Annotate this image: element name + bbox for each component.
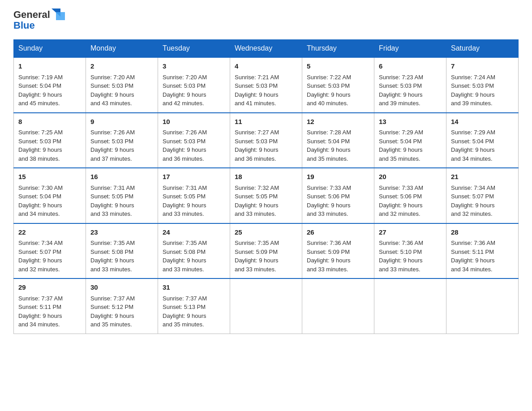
day-number: 6 — [379, 61, 442, 72]
calendar-cell: 23Sunrise: 7:35 AMSunset: 5:08 PMDayligh… — [86, 223, 158, 279]
day-number: 18 — [235, 172, 297, 182]
day-info: Sunrise: 7:37 AMSunset: 5:11 PMDaylight:… — [18, 294, 81, 329]
calendar-cell: 15Sunrise: 7:30 AMSunset: 5:04 PMDayligh… — [14, 168, 86, 223]
day-number: 2 — [90, 61, 153, 72]
calendar-cell: 17Sunrise: 7:31 AMSunset: 5:05 PMDayligh… — [158, 168, 230, 223]
day-info: Sunrise: 7:30 AMSunset: 5:04 PMDaylight:… — [18, 184, 81, 218]
logo-general: General — [13, 9, 50, 21]
calendar-cell: 26Sunrise: 7:36 AMSunset: 5:09 PMDayligh… — [302, 223, 374, 279]
calendar-cell — [446, 278, 519, 334]
column-header-sunday: Sunday — [14, 40, 86, 58]
day-number: 30 — [90, 283, 153, 293]
calendar-week-row: 15Sunrise: 7:30 AMSunset: 5:04 PMDayligh… — [14, 168, 519, 223]
day-info: Sunrise: 7:33 AMSunset: 5:06 PMDaylight:… — [379, 184, 442, 218]
day-info: Sunrise: 7:36 AMSunset: 5:10 PMDaylight:… — [379, 239, 442, 274]
calendar-cell: 31Sunrise: 7:37 AMSunset: 5:13 PMDayligh… — [158, 278, 230, 334]
calendar-cell: 6Sunrise: 7:23 AMSunset: 5:03 PMDaylight… — [374, 57, 446, 113]
day-info: Sunrise: 7:20 AMSunset: 5:03 PMDaylight:… — [163, 73, 225, 108]
day-number: 16 — [90, 172, 153, 182]
day-number: 31 — [163, 283, 225, 293]
calendar-cell: 24Sunrise: 7:35 AMSunset: 5:08 PMDayligh… — [158, 223, 230, 279]
day-info: Sunrise: 7:34 AMSunset: 5:07 PMDaylight:… — [18, 239, 81, 274]
svg-marker-1 — [56, 12, 65, 20]
calendar-cell — [230, 278, 302, 334]
day-number: 14 — [451, 117, 514, 127]
day-number: 17 — [163, 172, 225, 182]
calendar-cell — [302, 278, 374, 334]
day-info: Sunrise: 7:26 AMSunset: 5:03 PMDaylight:… — [90, 128, 153, 163]
day-number: 24 — [163, 227, 225, 238]
calendar-cell: 8Sunrise: 7:25 AMSunset: 5:03 PMDaylight… — [14, 113, 86, 168]
day-info: Sunrise: 7:27 AMSunset: 5:03 PMDaylight:… — [235, 128, 297, 163]
day-number: 13 — [379, 117, 442, 127]
calendar-cell: 1Sunrise: 7:19 AMSunset: 5:04 PMDaylight… — [14, 57, 86, 113]
day-number: 20 — [379, 172, 442, 182]
calendar-cell: 13Sunrise: 7:29 AMSunset: 5:04 PMDayligh… — [374, 113, 446, 168]
day-info: Sunrise: 7:35 AMSunset: 5:08 PMDaylight:… — [163, 239, 225, 274]
day-number: 22 — [18, 227, 81, 238]
day-number: 12 — [307, 117, 369, 127]
day-number: 8 — [18, 117, 81, 127]
day-number: 21 — [451, 172, 514, 182]
day-info: Sunrise: 7:36 AMSunset: 5:09 PMDaylight:… — [307, 239, 369, 274]
day-info: Sunrise: 7:33 AMSunset: 5:06 PMDaylight:… — [307, 184, 369, 218]
calendar-cell: 10Sunrise: 7:26 AMSunset: 5:03 PMDayligh… — [158, 113, 230, 168]
day-info: Sunrise: 7:37 AMSunset: 5:13 PMDaylight:… — [163, 294, 225, 329]
day-info: Sunrise: 7:24 AMSunset: 5:03 PMDaylight:… — [451, 73, 514, 108]
day-info: Sunrise: 7:25 AMSunset: 5:03 PMDaylight:… — [18, 128, 81, 163]
day-info: Sunrise: 7:23 AMSunset: 5:03 PMDaylight:… — [379, 73, 442, 108]
column-header-saturday: Saturday — [446, 40, 519, 58]
day-info: Sunrise: 7:20 AMSunset: 5:03 PMDaylight:… — [90, 73, 153, 108]
day-number: 26 — [307, 227, 369, 238]
column-header-tuesday: Tuesday — [158, 40, 230, 58]
calendar-week-row: 29Sunrise: 7:37 AMSunset: 5:11 PMDayligh… — [14, 278, 519, 334]
day-number: 29 — [18, 283, 81, 293]
day-info: Sunrise: 7:35 AMSunset: 5:08 PMDaylight:… — [90, 239, 153, 274]
day-number: 25 — [235, 227, 297, 238]
day-info: Sunrise: 7:29 AMSunset: 5:04 PMDaylight:… — [451, 128, 514, 163]
day-info: Sunrise: 7:22 AMSunset: 5:03 PMDaylight:… — [307, 73, 369, 108]
day-info: Sunrise: 7:31 AMSunset: 5:05 PMDaylight:… — [163, 184, 225, 218]
calendar-cell — [374, 278, 446, 334]
calendar-cell: 12Sunrise: 7:28 AMSunset: 5:04 PMDayligh… — [302, 113, 374, 168]
column-header-monday: Monday — [86, 40, 158, 58]
day-info: Sunrise: 7:21 AMSunset: 5:03 PMDaylight:… — [235, 73, 297, 108]
column-header-friday: Friday — [374, 40, 446, 58]
calendar-cell: 28Sunrise: 7:36 AMSunset: 5:11 PMDayligh… — [446, 223, 519, 279]
calendar-cell: 29Sunrise: 7:37 AMSunset: 5:11 PMDayligh… — [14, 278, 86, 334]
calendar-week-row: 8Sunrise: 7:25 AMSunset: 5:03 PMDaylight… — [14, 113, 519, 168]
logo: General Blue — [13, 9, 65, 31]
day-info: Sunrise: 7:32 AMSunset: 5:05 PMDaylight:… — [235, 184, 297, 218]
calendar-cell: 25Sunrise: 7:35 AMSunset: 5:09 PMDayligh… — [230, 223, 302, 279]
calendar-cell: 7Sunrise: 7:24 AMSunset: 5:03 PMDaylight… — [446, 57, 519, 113]
day-number: 4 — [235, 61, 297, 72]
calendar-week-row: 1Sunrise: 7:19 AMSunset: 5:04 PMDaylight… — [14, 57, 519, 113]
day-info: Sunrise: 7:29 AMSunset: 5:04 PMDaylight:… — [379, 128, 442, 163]
logo-blue: Blue — [13, 20, 35, 31]
column-header-wednesday: Wednesday — [230, 40, 302, 58]
day-number: 28 — [451, 227, 514, 238]
day-number: 10 — [163, 117, 225, 127]
calendar-cell: 3Sunrise: 7:20 AMSunset: 5:03 PMDaylight… — [158, 57, 230, 113]
day-number: 7 — [451, 61, 514, 72]
day-number: 23 — [90, 227, 153, 238]
day-info: Sunrise: 7:19 AMSunset: 5:04 PMDaylight:… — [18, 73, 81, 108]
day-number: 27 — [379, 227, 442, 238]
column-header-thursday: Thursday — [302, 40, 374, 58]
calendar-header-row: SundayMondayTuesdayWednesdayThursdayFrid… — [14, 40, 519, 58]
calendar-cell: 30Sunrise: 7:37 AMSunset: 5:12 PMDayligh… — [86, 278, 158, 334]
logo-triangle-icon — [51, 9, 65, 20]
day-info: Sunrise: 7:35 AMSunset: 5:09 PMDaylight:… — [235, 239, 297, 274]
calendar-cell: 11Sunrise: 7:27 AMSunset: 5:03 PMDayligh… — [230, 113, 302, 168]
day-info: Sunrise: 7:37 AMSunset: 5:12 PMDaylight:… — [90, 294, 153, 329]
day-number: 11 — [235, 117, 297, 127]
calendar-cell: 9Sunrise: 7:26 AMSunset: 5:03 PMDaylight… — [86, 113, 158, 168]
day-info: Sunrise: 7:26 AMSunset: 5:03 PMDaylight:… — [163, 128, 225, 163]
calendar-cell: 22Sunrise: 7:34 AMSunset: 5:07 PMDayligh… — [14, 223, 86, 279]
calendar-cell: 27Sunrise: 7:36 AMSunset: 5:10 PMDayligh… — [374, 223, 446, 279]
day-info: Sunrise: 7:28 AMSunset: 5:04 PMDaylight:… — [307, 128, 369, 163]
calendar-table: SundayMondayTuesdayWednesdayThursdayFrid… — [13, 39, 519, 334]
day-number: 5 — [307, 61, 369, 72]
day-number: 15 — [18, 172, 81, 182]
day-number: 19 — [307, 172, 369, 182]
